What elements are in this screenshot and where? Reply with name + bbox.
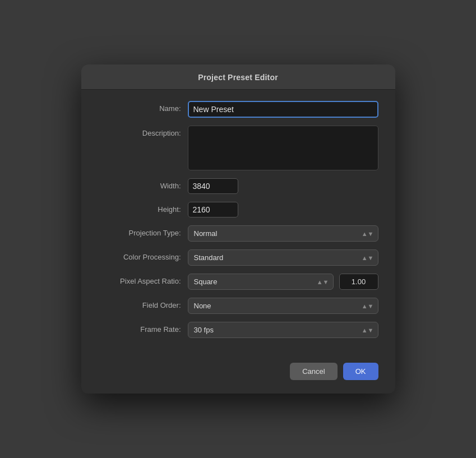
field-order-label: Field Order:: [98, 298, 188, 309]
projection-type-select-wrapper: Normal Spherical Cylindrical ▲▼: [188, 225, 378, 242]
height-label: Height:: [98, 202, 188, 214]
height-row: Height:: [98, 202, 378, 218]
name-input[interactable]: [188, 101, 378, 118]
width-label: Width:: [98, 178, 188, 190]
ok-button[interactable]: OK: [343, 363, 378, 380]
dialog-titlebar: Project Preset Editor: [81, 64, 395, 90]
color-processing-select[interactable]: Standard Wide Gamut HDR: [188, 249, 378, 266]
name-row: Name:: [98, 101, 378, 118]
description-row: Description:: [98, 126, 378, 170]
width-input[interactable]: [188, 178, 238, 194]
projection-type-label: Projection Type:: [98, 225, 188, 237]
frame-rate-select-wrapper: 23.976 fps 24 fps 25 fps 29.97 fps 30 fp…: [188, 322, 378, 338]
pixel-aspect-ratio-value: 1.00: [339, 274, 378, 290]
width-row: Width:: [98, 178, 378, 194]
description-label: Description:: [98, 126, 188, 137]
field-order-select-wrapper: None Upper First Lower First ▲▼: [188, 298, 378, 314]
project-preset-editor-dialog: Project Preset Editor Name: Description:…: [81, 64, 395, 394]
form-body: Name: Description: Width: Height: Projec…: [81, 90, 395, 351]
pixel-aspect-ratio-row: Pixel Aspect Ratio: Square NTSC D1 (0.91…: [98, 274, 378, 290]
field-order-row: Field Order: None Upper First Lower Firs…: [98, 298, 378, 314]
projection-type-select[interactable]: Normal Spherical Cylindrical: [188, 225, 378, 242]
frame-rate-label: Frame Rate:: [98, 322, 188, 334]
description-input[interactable]: [188, 126, 378, 170]
pixel-aspect-ratio-controls: Square NTSC D1 (0.91) PAL D1/DV (1.09) ▲…: [188, 274, 378, 290]
projection-type-row: Projection Type: Normal Spherical Cylind…: [98, 225, 378, 242]
frame-rate-select[interactable]: 23.976 fps 24 fps 25 fps 29.97 fps 30 fp…: [188, 322, 378, 338]
color-processing-row: Color Processing: Standard Wide Gamut HD…: [98, 249, 378, 266]
name-label: Name:: [98, 101, 188, 113]
dialog-title: Project Preset Editor: [198, 73, 278, 82]
frame-rate-row: Frame Rate: 23.976 fps 24 fps 25 fps 29.…: [98, 322, 378, 338]
height-input[interactable]: [188, 202, 238, 218]
cancel-button[interactable]: Cancel: [290, 363, 337, 380]
color-processing-label: Color Processing:: [98, 249, 188, 261]
field-order-select[interactable]: None Upper First Lower First: [188, 298, 378, 314]
pixel-aspect-ratio-select-wrapper: Square NTSC D1 (0.91) PAL D1/DV (1.09) ▲…: [188, 274, 334, 290]
pixel-aspect-ratio-label: Pixel Aspect Ratio:: [98, 274, 188, 285]
color-processing-select-wrapper: Standard Wide Gamut HDR ▲▼: [188, 249, 378, 266]
pixel-aspect-ratio-select[interactable]: Square NTSC D1 (0.91) PAL D1/DV (1.09): [188, 274, 334, 290]
dialog-footer: Cancel OK: [81, 357, 395, 380]
